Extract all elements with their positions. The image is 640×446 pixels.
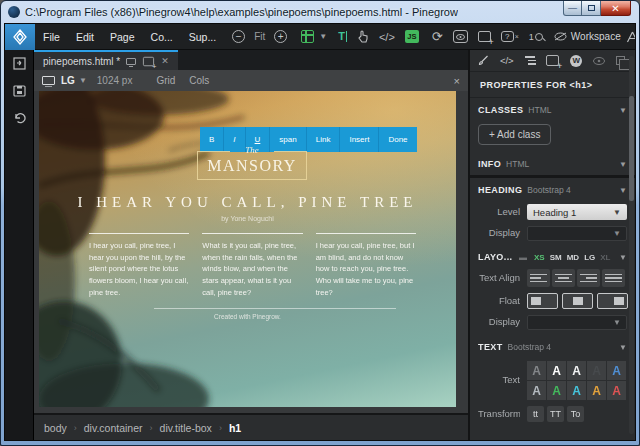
text-color-primary[interactable]: A [607, 361, 626, 380]
align-right-button[interactable] [577, 269, 600, 287]
zoom-100-button[interactable]: 1 [529, 32, 543, 42]
poem-column-3[interactable]: I hear you call, pine tree, but I am bli… [316, 233, 416, 298]
zoom-100-label: 1 [529, 32, 534, 42]
float-right-button[interactable] [597, 293, 628, 309]
viewport-close-icon[interactable]: × [454, 75, 460, 87]
poem-column-2[interactable]: What is it you call, pine tree, when the… [202, 233, 302, 298]
align-left-button[interactable] [527, 269, 550, 287]
menu-edit[interactable]: Edit [68, 31, 102, 43]
classes-section-header[interactable]: CLASSES HTML ▼ [470, 98, 635, 121]
window-plus-icon[interactable] [546, 55, 559, 66]
breakpoint-lg[interactable]: LG [584, 253, 595, 262]
breakpoint-xl[interactable]: XL [600, 253, 610, 262]
breadcrumb-container[interactable]: div.container [84, 422, 143, 434]
grid-view-button[interactable]: ▼ [301, 30, 327, 43]
chevron-down-icon[interactable]: ▼ [619, 160, 627, 169]
zoom-out-icon: − [232, 30, 245, 43]
chevron-down-icon[interactable]: ▼ [619, 253, 627, 262]
viewport-size-selector[interactable]: LG [61, 75, 75, 86]
new-window-button[interactable] [478, 31, 491, 42]
menu-components[interactable]: Co... [143, 31, 181, 43]
tab-close-icon[interactable]: ✕ [161, 57, 169, 66]
text-color-dark[interactable]: A [587, 361, 606, 380]
float-none-button[interactable] [562, 293, 593, 309]
layout-display-select[interactable]: ▼ [527, 315, 627, 330]
title-bar[interactable]: C:\Program Files (x86)\Pinegrow4\help\ex… [1, 1, 639, 23]
text-section-header[interactable]: TEXT Bootstrap 4 ▼ [470, 333, 635, 358]
menu-file[interactable]: File [35, 31, 68, 43]
link-button[interactable]: Link [307, 127, 341, 152]
zoom-out-button[interactable]: − [232, 30, 245, 43]
text-edit-tool[interactable]: T [338, 31, 347, 42]
help-toggle-button[interactable]: ?× [501, 31, 519, 42]
page-preview[interactable]: B I U span Link Insert Done The MANSORY [39, 91, 456, 407]
breadcrumb-title-box[interactable]: div.title-box [160, 422, 212, 434]
chevron-down-icon[interactable]: ▼ [619, 186, 627, 195]
wordpress-icon[interactable]: W [570, 55, 582, 67]
style-brush-icon[interactable] [478, 55, 489, 66]
monitor-icon[interactable] [126, 58, 136, 65]
insert-button[interactable]: Insert [340, 127, 379, 152]
text-color-secondary[interactable]: A [527, 381, 546, 400]
poem-column-1[interactable]: I hear you call, pine tree, I hear you u… [89, 233, 189, 298]
window-plus-icon [478, 31, 491, 42]
visibility-icon[interactable] [593, 57, 605, 65]
text-color-success[interactable]: A [547, 381, 566, 400]
menu-support[interactable]: Sup... [181, 31, 224, 43]
level-select[interactable]: Heading 1 ▼ [527, 204, 627, 220]
float-left-button[interactable] [527, 293, 558, 309]
add-class-button[interactable]: + Add class [478, 124, 551, 145]
pinegrow-logo[interactable] [5, 24, 35, 50]
text-color-muted[interactable]: A [527, 361, 546, 380]
align-center-button[interactable] [552, 269, 575, 287]
chevron-down-icon[interactable]: ▼ [619, 343, 627, 352]
preview-button[interactable] [453, 30, 468, 43]
js-panel-button[interactable]: JS [405, 30, 419, 43]
save-button[interactable] [13, 85, 26, 99]
info-section-header[interactable]: INFO HTML ▼ [470, 157, 635, 175]
code-view-button[interactable]: </> [379, 31, 395, 43]
viewport-monitor-icon[interactable] [42, 76, 55, 85]
tree-panel-icon[interactable] [525, 56, 536, 65]
breadcrumb-h1[interactable]: h1 [229, 422, 241, 434]
minimize-button[interactable]: — [563, 1, 582, 16]
maximize-button[interactable] [582, 1, 601, 16]
panel-scrollbar[interactable] [629, 56, 634, 434]
grid-toggle[interactable]: Grid [156, 75, 175, 86]
layout-section-header[interactable]: LAYO... ▬ XS SM MD LG XL ▼ [470, 244, 635, 266]
tab-pinepoems[interactable]: pinepoems.html * ✕ [34, 50, 178, 70]
done-button[interactable]: Done [379, 127, 416, 152]
workspace-button[interactable]: Workspace [554, 31, 621, 42]
interaction-tool[interactable] [357, 30, 369, 43]
zoom-in-button[interactable]: + [274, 30, 287, 43]
zoom-fit-button[interactable]: Fit [254, 31, 265, 42]
undo-button[interactable] [13, 112, 26, 126]
chevron-down-icon[interactable]: ▼ [619, 106, 627, 115]
text-color-warning[interactable]: A [587, 381, 606, 400]
window-plus-icon[interactable] [143, 56, 154, 65]
close-button[interactable]: ✕ [601, 1, 631, 16]
text-color-danger[interactable]: A [607, 381, 626, 400]
cols-toggle[interactable]: Cols [189, 75, 209, 86]
uppercase-button[interactable]: TT [547, 406, 564, 422]
breakpoint-xs[interactable]: XS [534, 253, 545, 262]
display-select[interactable]: ▼ [527, 226, 627, 241]
text-color-white[interactable]: A [547, 361, 566, 380]
refresh-button[interactable]: ⟳ [432, 29, 443, 44]
menu-page[interactable]: Page [102, 31, 143, 43]
code-icon[interactable]: </> [500, 55, 514, 66]
breakpoint-sm[interactable]: SM [550, 253, 562, 262]
lowercase-button[interactable]: tt [527, 406, 544, 422]
breakpoint-md[interactable]: MD [567, 253, 579, 262]
capitalize-button[interactable]: To [567, 406, 584, 422]
heading-section-header[interactable]: HEADING Bootstrap 4 ▼ [470, 178, 635, 201]
align-justify-button[interactable] [602, 269, 625, 287]
poem-heading[interactable]: I HEAR YOU CALL, PINE TREE [39, 194, 456, 211]
library-panel-button[interactable] [13, 57, 26, 72]
text-color-info[interactable]: A [567, 381, 586, 400]
text-color-light[interactable]: A [567, 361, 586, 380]
design-tool-button[interactable] [626, 31, 636, 43]
breadcrumb-body[interactable]: body [44, 422, 67, 434]
scrollbar-thumb[interactable] [629, 96, 634, 201]
duplicate-icon[interactable] [616, 56, 625, 65]
